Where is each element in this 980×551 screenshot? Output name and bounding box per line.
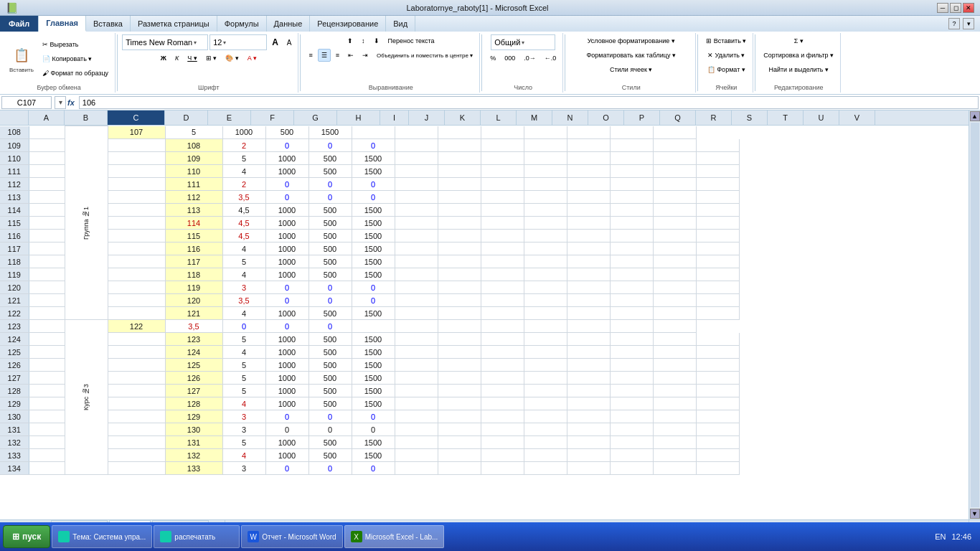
cell-f[interactable]: 500 [308, 204, 352, 217]
wrap-text-btn[interactable]: Перенос текста [385, 34, 438, 47]
format-cells-btn[interactable]: 📋 Формат ▾ [704, 63, 749, 76]
cell-empty[interactable] [395, 217, 438, 230]
cell-empty[interactable] [352, 126, 395, 139]
cell-c[interactable]: 126 [165, 372, 222, 385]
tab-insert[interactable]: Вставка [86, 16, 131, 32]
italic-btn[interactable]: К [171, 52, 182, 65]
cell-empty[interactable] [438, 126, 481, 139]
cell-empty[interactable] [524, 152, 567, 165]
formula-expand-btn[interactable]: ▾ [55, 96, 66, 109]
cell-c[interactable]: 113 [165, 204, 222, 217]
cell-empty[interactable] [524, 242, 567, 255]
col-header-n[interactable]: N [552, 110, 588, 125]
cell-b[interactable] [108, 242, 165, 255]
cell-empty[interactable] [696, 242, 739, 255]
cell-a[interactable] [29, 410, 65, 423]
col-header-k[interactable]: K [445, 110, 481, 125]
table-row[interactable]: 1091082000 [0, 139, 739, 152]
cell-b[interactable] [108, 204, 165, 217]
cell-empty[interactable] [567, 333, 610, 346]
tab-view[interactable]: Вид [386, 16, 415, 32]
cell-empty[interactable] [524, 165, 567, 178]
align-center-btn[interactable]: ☰ [318, 49, 331, 62]
cell-c[interactable]: 131 [165, 436, 222, 449]
cell-empty[interactable] [696, 165, 739, 178]
cell-f[interactable]: 500 [308, 436, 352, 449]
col-header-f[interactable]: F [251, 110, 294, 125]
cell-empty[interactable] [653, 346, 696, 359]
cell-a[interactable] [29, 449, 65, 462]
cell-empty[interactable] [696, 436, 739, 449]
cell-f[interactable]: 500 [308, 397, 352, 410]
cell-empty[interactable] [481, 346, 524, 359]
cell-g[interactable]: 1500 [352, 165, 395, 178]
cell-empty[interactable] [395, 281, 438, 294]
col-header-s[interactable]: S [732, 110, 768, 125]
cell-empty[interactable] [610, 436, 653, 449]
cell-empty[interactable] [653, 320, 696, 333]
cell-g[interactable]: 1500 [352, 372, 395, 385]
table-row[interactable]: 123Курс №31223,5000 [0, 320, 739, 333]
table-row[interactable]: 133132410005001500 [0, 449, 739, 462]
cell-a[interactable] [29, 307, 65, 320]
cell-empty[interactable] [567, 307, 610, 320]
cell-b[interactable]: Группа №1 [65, 126, 108, 320]
delete-cells-btn[interactable]: ✕ Удалить ▾ [704, 49, 748, 62]
cell-g[interactable]: 1500 [352, 217, 395, 230]
cell-f[interactable]: 500 [308, 333, 352, 346]
cell-empty[interactable] [395, 372, 438, 385]
cell-empty[interactable] [696, 307, 739, 320]
cell-e[interactable]: 1000 [265, 449, 308, 462]
percent-btn[interactable]: % [486, 52, 499, 65]
align-right-btn[interactable]: ≡ [332, 49, 343, 62]
cell-empty[interactable] [395, 436, 438, 449]
cell-empty[interactable] [481, 165, 524, 178]
cell-empty[interactable] [395, 255, 438, 268]
restore-btn[interactable]: ◻ [950, 3, 961, 13]
col-header-i[interactable]: I [380, 110, 409, 125]
cell-e[interactable]: 0 [265, 423, 308, 436]
cell-empty[interactable] [438, 462, 481, 475]
help-btn[interactable]: ? [948, 18, 960, 29]
cell-b[interactable] [108, 372, 165, 385]
cell-empty[interactable] [653, 462, 696, 475]
cell-empty[interactable] [696, 281, 739, 294]
cell-e[interactable]: 0 [265, 281, 308, 294]
cell-b[interactable] [108, 449, 165, 462]
cell-empty[interactable] [653, 359, 696, 372]
cell-empty[interactable] [481, 230, 524, 242]
format-painter-button[interactable]: 🖌 Формат по образцу [39, 67, 112, 80]
increase-font-btn[interactable]: A [268, 36, 282, 49]
cell-g[interactable]: 1500 [352, 449, 395, 462]
cell-empty[interactable] [438, 268, 481, 281]
lang-indicator[interactable]: EN [935, 532, 946, 541]
cell-empty[interactable] [567, 423, 610, 436]
insert-cells-btn[interactable]: ⊞ Вставить ▾ [702, 34, 750, 47]
indent-decrease-btn[interactable]: ⇤ [344, 49, 357, 62]
cell-g[interactable]: 1500 [352, 152, 395, 165]
increase-decimal-btn[interactable]: .0→ [520, 52, 540, 65]
cell-c[interactable]: 129 [165, 410, 222, 423]
taskbar-item-excel[interactable]: X Microsoft Excel - Lab... [344, 525, 445, 548]
cell-d[interactable]: 3,5 [165, 320, 222, 333]
table-row[interactable]: 124123510005001500 [0, 333, 739, 346]
cell-a[interactable] [29, 281, 65, 294]
cell-empty[interactable] [696, 410, 739, 423]
cell-empty[interactable] [395, 462, 438, 475]
cell-d[interactable]: 4,5 [222, 204, 265, 217]
cell-g[interactable]: 0 [352, 462, 395, 475]
align-bottom-btn[interactable]: ⬇ [370, 34, 383, 47]
table-row[interactable]: 122121410005001500 [0, 307, 739, 320]
cell-a[interactable] [29, 462, 65, 475]
cell-g[interactable]: 1500 [352, 397, 395, 410]
cell-empty[interactable] [653, 333, 696, 346]
cell-empty[interactable] [481, 423, 524, 436]
cell-d[interactable]: 5 [222, 152, 265, 165]
cell-empty[interactable] [481, 255, 524, 268]
cell-empty[interactable] [481, 307, 524, 320]
cell-a[interactable] [29, 333, 65, 346]
tab-formulas[interactable]: Формулы [217, 16, 267, 32]
table-row[interactable]: 128127510005001500 [0, 385, 739, 397]
cell-d[interactable]: 5 [222, 255, 265, 268]
table-row[interactable]: 108Группа №1107510005001500 [0, 126, 739, 139]
